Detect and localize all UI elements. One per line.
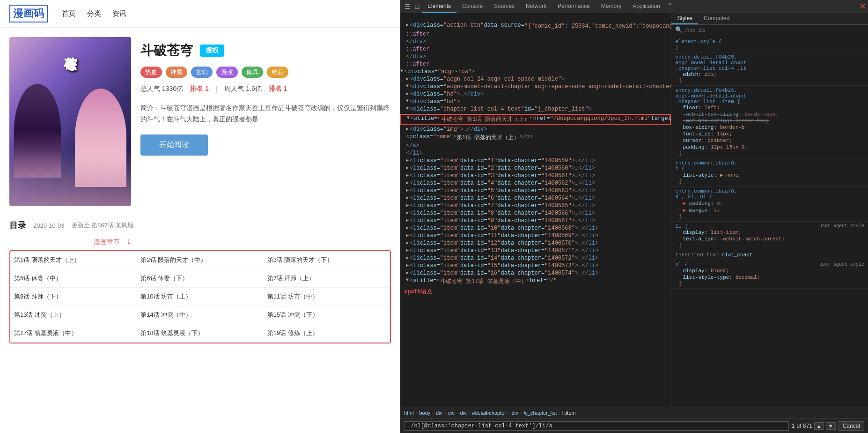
breadcrumb-div4[interactable]: div bbox=[512, 410, 518, 416]
dom-li-14[interactable]: ▶ <li class="item" data-id="14" data-cha… bbox=[400, 254, 671, 262]
dom-li-15[interactable]: ▶ <li class="item" data-id="15" data-cha… bbox=[400, 262, 671, 269]
styles-section: Styles Computed 🔍 element.style { } bbox=[671, 13, 868, 407]
next-page-button[interactable]: ▼ bbox=[826, 422, 836, 430]
tab-elements[interactable]: Elements bbox=[422, 0, 456, 13]
dom-li-9[interactable]: ▶ <li class="item" data-id="9" data-chap… bbox=[400, 217, 671, 224]
breadcrumb-div3[interactable]: div bbox=[460, 410, 466, 416]
prev-page-button[interactable]: ▲ bbox=[814, 422, 824, 430]
dom-line-0[interactable]: ▶ <div class="action-btn" data-source="{… bbox=[400, 22, 671, 30]
tag-pin[interactable]: 精品 bbox=[267, 67, 288, 78]
nav-category[interactable]: 分类 bbox=[87, 9, 101, 18]
tab-styles[interactable]: Styles bbox=[671, 13, 698, 24]
cancel-button[interactable]: Cancel bbox=[839, 421, 864, 431]
dom-li-5[interactable]: ▶ <li class="item" data-id="5" data-chap… bbox=[400, 187, 671, 194]
chapter-item-9[interactable]: 第13话 冲突（上） bbox=[10, 306, 137, 324]
dom-line-after3[interactable]: ::after bbox=[400, 60, 671, 68]
tab-computed[interactable]: Computed bbox=[698, 13, 735, 24]
breadcrumb-j-chapter-list[interactable]: #j_chapter_list bbox=[523, 410, 557, 416]
tag-hot[interactable]: 热血 bbox=[140, 67, 162, 78]
dom-line-4[interactable]: ▶ <div class="acgn-col-24 acgn-col-space… bbox=[400, 75, 671, 83]
device-icon[interactable]: ⊡ bbox=[412, 3, 422, 10]
dom-li-7[interactable]: ▶ <li class="item" data-id="7" data-chap… bbox=[400, 202, 671, 209]
devtools-bottom-bar: 1 of 871 ▲ ▼ Cancel bbox=[400, 418, 868, 433]
chapter-item-2[interactable]: 第3话 陨落的天才（下） bbox=[264, 251, 390, 269]
dom-li-4[interactable]: ▶ <li class="item" data-id="4" data-chap… bbox=[400, 179, 671, 187]
dom-li-11[interactable]: ▶ <li class="item" data-id="11" data-cha… bbox=[400, 232, 671, 239]
chapter-item-4[interactable]: 第6话 休妻（下） bbox=[137, 269, 263, 288]
xpath-input[interactable] bbox=[404, 421, 789, 431]
dom-line-2[interactable]: </div> bbox=[400, 53, 671, 60]
dom-line-5[interactable]: ▼ <div class="acgn-model-detail-chapter … bbox=[400, 83, 671, 90]
dom-line-8[interactable]: ▼ <ol class="chapter-list col-4 text" id… bbox=[400, 105, 671, 113]
css-close-7: } bbox=[675, 281, 864, 286]
chapter-item-1[interactable]: 第2话 陨落的天才（中） bbox=[137, 251, 263, 269]
breadcrumb-li-item[interactable]: li.item bbox=[562, 410, 576, 416]
breadcrumb-detail-chapter[interactable]: #detail-chapter bbox=[472, 410, 506, 416]
tab-memory[interactable]: Memory bbox=[596, 0, 627, 13]
chapter-item-0[interactable]: 第1话 陨落的天才（上） bbox=[10, 251, 137, 269]
dom-li-12[interactable]: ▶ <li class="item" data-id="12" data-cha… bbox=[400, 239, 671, 247]
inspect-icon[interactable]: ☰ bbox=[403, 3, 412, 10]
more-tabs-icon[interactable]: » bbox=[666, 0, 675, 13]
manga-detail: 斗破苍穹 斗破苍穹 授权 热血 神魔 玄幻 漫改 修真 精品 总人气 1330亿… bbox=[0, 28, 400, 215]
dom-li-6[interactable]: ▶ <li class="item" data-id="6" data-chap… bbox=[400, 194, 671, 202]
dom-li-10[interactable]: ▶ <li class="item" data-id="10" data-cha… bbox=[400, 224, 671, 232]
dom-line-anchor-highlighted[interactable]: ▼ <a title="斗破苍穹 第1话 陨落的天才（上）" href="/do… bbox=[400, 114, 671, 125]
css-display-li: display: list-item; bbox=[675, 229, 864, 236]
read-button[interactable]: 开始阅读 bbox=[140, 134, 208, 156]
dom-line-7[interactable]: ▼ <div class="bd" > bbox=[400, 98, 671, 105]
chapter-date: 2020-10-03 bbox=[33, 222, 65, 229]
css-block-element: element.style { } bbox=[671, 37, 868, 52]
styles-filter-input[interactable] bbox=[684, 27, 864, 33]
breadcrumb-body[interactable]: body bbox=[419, 410, 430, 416]
tab-network[interactable]: Network bbox=[520, 0, 552, 13]
chapter-item-8[interactable]: 第11话 坊市（中） bbox=[264, 288, 390, 306]
tag-xiu[interactable]: 修真 bbox=[242, 67, 263, 78]
chapter-item-14[interactable]: 第19话 修炼（上） bbox=[264, 324, 390, 343]
tag-gai[interactable]: 漫改 bbox=[216, 67, 238, 78]
dom-line-anchor17[interactable]: ▼ <a title="斗破苍穹 第17话 筑基灵液（中）" href="/" bbox=[400, 277, 671, 286]
css-block-detail1: entry.detail.f04b25. acgn-model-detail-c… bbox=[671, 52, 868, 86]
dom-line-img[interactable]: ▶ <div class="img" >…</div> bbox=[400, 126, 671, 133]
dom-line-1[interactable]: </div> bbox=[400, 38, 671, 45]
styles-panel: element.style { } entry.detail.f04b25. a… bbox=[671, 35, 868, 407]
dom-line-p-name[interactable]: <p class="name" > 第1话 陨落的天才（上） </p> bbox=[400, 133, 671, 142]
tag-shen[interactable]: 神魔 bbox=[166, 67, 187, 78]
chapter-item-12[interactable]: 第17话 筑基灵液（中） bbox=[10, 324, 137, 343]
breadcrumb-div1[interactable]: div bbox=[436, 410, 442, 416]
nav-news[interactable]: 资讯 bbox=[112, 9, 126, 18]
chapter-item-3[interactable]: 第5话 休妻（中） bbox=[10, 269, 137, 288]
dom-li-16[interactable]: ▶ <li class="item" data-id="16" data-cha… bbox=[400, 269, 671, 277]
chapter-item-7[interactable]: 第10话 坊市（上） bbox=[137, 288, 263, 306]
nav-home[interactable]: 首页 bbox=[62, 9, 76, 18]
dom-line-6[interactable]: ▶ <div class="hd" >…</div> bbox=[400, 90, 671, 98]
dom-line-3[interactable]: ▼ <div class="acgn-row" > bbox=[400, 68, 671, 75]
tab-performance[interactable]: Performance bbox=[552, 0, 596, 13]
tab-application[interactable]: Application bbox=[627, 0, 666, 13]
dom-li-2[interactable]: ▶ <li class="item" data-id="2" data-chap… bbox=[400, 164, 671, 172]
elements-panel[interactable]: 位置 ▶ <div class="action-btn" data-source… bbox=[400, 13, 671, 407]
dom-li-13[interactable]: ▶ <li class="item" data-id="13" data-cha… bbox=[400, 247, 671, 254]
chapter-item-5[interactable]: 第7话 拜师（上） bbox=[264, 269, 390, 288]
chapter-item-11[interactable]: 第15话 冲突（下） bbox=[264, 306, 390, 324]
tab-sources[interactable]: Sources bbox=[488, 0, 520, 13]
chapter-item-13[interactable]: 第18话 筑基灵液（下） bbox=[137, 324, 263, 343]
breadcrumb-html[interactable]: html bbox=[404, 410, 414, 416]
breadcrumb-div2[interactable]: div bbox=[448, 410, 455, 416]
tags-row: 热血 神魔 玄幻 漫改 修真 精品 bbox=[140, 67, 391, 78]
tab-console[interactable]: Console bbox=[456, 0, 488, 13]
dom-line-close-a[interactable]: </a> bbox=[400, 142, 671, 149]
chapter-item-6[interactable]: 第9话 拜师（下） bbox=[10, 288, 137, 306]
chapter-item-10[interactable]: 第14话 冲突（中） bbox=[137, 306, 263, 324]
dom-li-8[interactable]: ▶ <li class="item" data-id="8" data-chap… bbox=[400, 209, 671, 217]
css-moz-box: -moz-box-sizing: border-box; bbox=[675, 118, 864, 124]
dom-li-1[interactable]: ▶ <li class="item" data-id="1" data-chap… bbox=[400, 157, 671, 164]
page-of-text: 1 bbox=[792, 423, 795, 429]
dom-line-close-li[interactable]: </li> bbox=[400, 149, 671, 157]
dom-line-after2[interactable]: ::after bbox=[400, 45, 671, 53]
dom-li-3[interactable]: ▶ <li class="item" data-id="3" data-chap… bbox=[400, 172, 671, 179]
tag-xuan[interactable]: 玄幻 bbox=[191, 67, 213, 78]
logo[interactable]: 漫画码 bbox=[9, 5, 48, 22]
dom-line-after1[interactable]: ::after bbox=[400, 30, 671, 38]
close-devtools-button[interactable]: ✕ bbox=[860, 2, 866, 11]
